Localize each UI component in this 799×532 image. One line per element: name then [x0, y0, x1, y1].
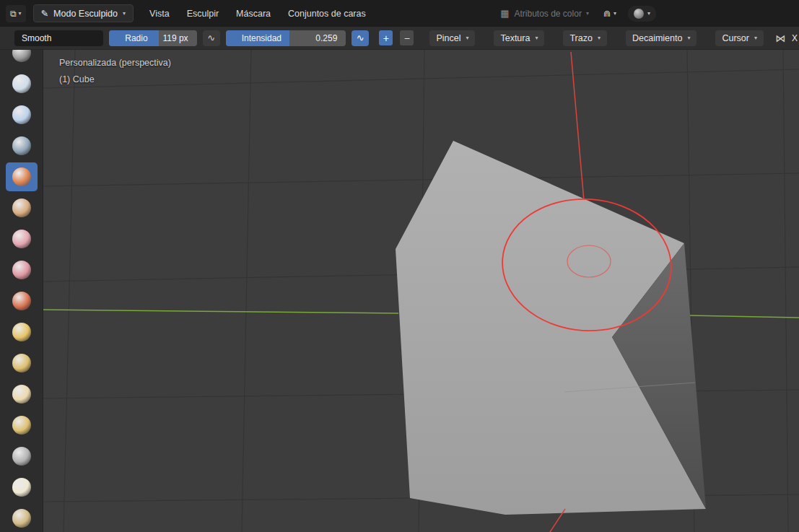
brush-crease[interactable] — [6, 380, 38, 409]
brush-grab[interactable] — [6, 224, 38, 253]
chevron-down-icon: ▾ — [123, 11, 126, 17]
pincel-label: Pincel — [436, 33, 460, 43]
color-attributes-dropdown[interactable]: Atributos de color ▾ — [515, 9, 589, 19]
grab-brush-icon — [12, 230, 31, 248]
brush-thumb[interactable] — [6, 411, 38, 440]
draw-brush-icon — [12, 50, 31, 62]
tool-dropdown-group: Pincel ▾ Textura ▾ Trazo ▾ Decaimiento ▾… — [429, 30, 764, 46]
chevron-down-icon: ▾ — [647, 11, 650, 17]
brush-cloth[interactable] — [6, 473, 38, 502]
radius-value: 119 px — [162, 33, 196, 43]
pressure-icon: ∿ — [207, 32, 215, 43]
editor-type-selector[interactable]: ⧉ ▾ — [6, 5, 26, 22]
textura-label: Textura — [500, 33, 530, 43]
flatten-brush-icon — [12, 199, 31, 217]
inflate-brush-icon — [12, 354, 31, 372]
sculpt-mode-icon: ✎ — [41, 8, 48, 19]
symmetry-icon: ⋈ — [775, 32, 785, 44]
active-object-overlay: (1) Cube — [59, 74, 95, 84]
pinch-brush-icon — [12, 447, 31, 466]
brush-scrape[interactable] — [6, 504, 38, 532]
strength-value: 0.259 — [315, 33, 346, 43]
cloth-brush-icon — [12, 478, 31, 497]
brush-flatten[interactable] — [6, 193, 38, 222]
mode-label: Modo Esculpido — [53, 9, 118, 19]
sculpt-mesh — [396, 141, 706, 515]
chevron-down-icon: ▾ — [754, 35, 757, 41]
brush-snake-hook[interactable] — [6, 287, 38, 315]
strength-label: Intensidad — [226, 33, 281, 43]
radius-slider[interactable]: Radio 119 px — [109, 30, 196, 46]
3d-viewport[interactable]: Personalizada (perspectiva) (1) Cube — [43, 50, 799, 532]
snap-dropdown[interactable]: ⋒ ▾ — [603, 9, 616, 19]
smooth-brush-icon — [12, 167, 31, 186]
crease-brush-icon — [12, 385, 31, 404]
x-axis-line-top — [571, 52, 584, 201]
viewport-shading-dropdown[interactable]: ▾ — [628, 6, 656, 22]
blender-window: ⧉ ▾ ✎ Modo Esculpido ▾ Vista Esculpir Má… — [0, 0, 799, 532]
brush-clay-strips[interactable] — [6, 131, 38, 160]
menu-vista[interactable]: Vista — [149, 9, 170, 19]
brush-toolbar — [0, 50, 43, 532]
add-mode-button[interactable]: + — [379, 30, 393, 45]
trazo-dropdown[interactable]: Trazo ▾ — [563, 30, 607, 46]
chevron-down-icon: ▾ — [586, 11, 589, 17]
cursor-label: Cursor — [722, 33, 749, 43]
color-attributes-icon: ▦ — [500, 8, 509, 19]
menu-esculpir[interactable]: Esculpir — [187, 9, 219, 19]
trazo-label: Trazo — [569, 33, 593, 43]
chevron-down-icon: ▾ — [535, 35, 538, 41]
chevron-down-icon: ▾ — [614, 11, 616, 17]
chevron-down-icon: ▾ — [687, 35, 690, 41]
brush-elastic-deform[interactable] — [6, 256, 38, 284]
symmetry-x-toggle[interactable]: X — [792, 33, 798, 43]
menu-mascara[interactable]: Máscara — [236, 9, 271, 19]
brush-pinch[interactable] — [6, 442, 38, 471]
scrape-brush-icon — [12, 509, 31, 528]
pressure-icon: ∿ — [357, 32, 364, 43]
view-name-overlay: Personalizada (perspectiva) — [59, 58, 171, 68]
radius-pressure-toggle[interactable]: ∿ — [203, 30, 220, 46]
chevron-down-icon: ▾ — [466, 35, 468, 41]
editor-type-icon: ⧉ — [10, 9, 17, 19]
mode-dropdown[interactable]: ✎ Modo Esculpido ▾ — [33, 4, 134, 22]
clay-strips-brush-icon — [12, 136, 31, 155]
tool-settings-bar: Smooth Radio 119 px ∿ Intensidad 0.259 ∿… — [0, 27, 799, 50]
chevron-down-icon: ▾ — [19, 11, 22, 17]
chevron-down-icon: ▾ — [598, 35, 601, 41]
brush-clay[interactable] — [6, 100, 38, 129]
viewport-canvas — [43, 50, 799, 532]
header-right-cluster: ▦ Atributos de color ▾ ⋒ ▾ ▾ — [500, 6, 656, 22]
shading-sphere-icon — [634, 9, 644, 19]
blob-brush-icon — [12, 323, 31, 341]
elastic-deform-brush-icon — [12, 261, 31, 279]
thumb-brush-icon — [12, 416, 31, 435]
brush-draw[interactable] — [6, 50, 38, 67]
decaimiento-dropdown[interactable]: Decaimiento ▾ — [626, 30, 697, 46]
strength-pressure-toggle[interactable]: ∿ — [352, 30, 369, 46]
subtract-mode-button[interactable]: − — [400, 30, 414, 45]
radius-label: Radio — [109, 33, 147, 43]
brush-name-field[interactable]: Smooth — [14, 30, 103, 46]
pincel-dropdown[interactable]: Pincel ▾ — [429, 30, 475, 46]
snap-icon: ⋒ — [603, 9, 611, 19]
brush-smooth[interactable] — [6, 162, 38, 191]
menu-conjuntos-de-caras[interactable]: Conjuntos de caras — [288, 9, 366, 19]
strength-slider[interactable]: Intensidad 0.259 — [226, 30, 346, 46]
cursor-dropdown[interactable]: Cursor ▾ — [715, 30, 764, 46]
brush-blob[interactable] — [6, 318, 38, 346]
brush-inflate[interactable] — [6, 349, 38, 378]
menu-bar: Vista Esculpir Máscara Conjuntos de cara… — [149, 9, 366, 19]
draw-sharp-brush-icon — [12, 74, 31, 93]
symmetry-cluster: ⋈ X — [775, 32, 799, 44]
textura-dropdown[interactable]: Textura ▾ — [494, 30, 544, 46]
brush-draw-sharp[interactable] — [6, 69, 38, 98]
color-attributes-label: Atributos de color — [515, 9, 582, 19]
snake-hook-brush-icon — [12, 292, 31, 310]
viewport-header: ⧉ ▾ ✎ Modo Esculpido ▾ Vista Esculpir Má… — [0, 0, 799, 27]
decaimiento-label: Decaimiento — [632, 33, 682, 43]
clay-brush-icon — [12, 105, 31, 124]
